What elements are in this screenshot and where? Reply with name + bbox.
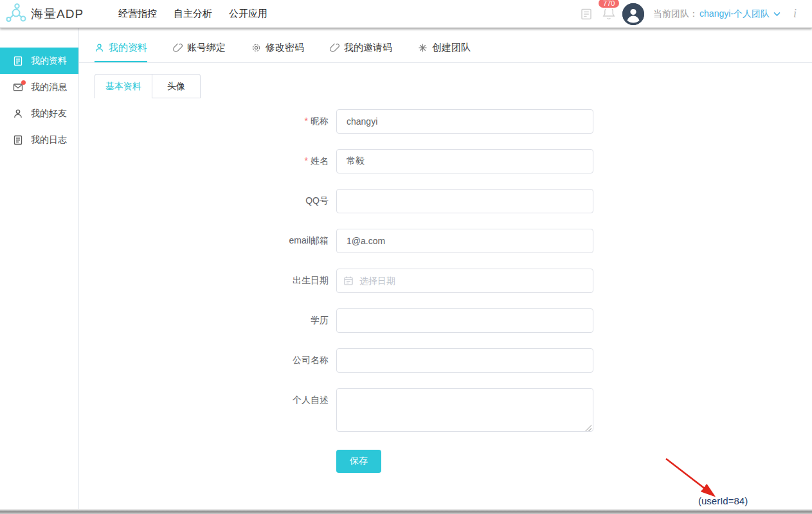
person-icon	[13, 109, 23, 119]
main-content: 我的资料 账号绑定	[79, 28, 812, 509]
company-field[interactable]	[336, 348, 593, 373]
tab-account-binding[interactable]: 账号绑定	[173, 42, 226, 62]
journal-icon	[13, 135, 23, 145]
annotation-arrow	[663, 456, 721, 501]
profile-subtabs: 基本资料 头像	[95, 74, 812, 98]
nickname-field[interactable]	[336, 109, 593, 134]
subtab-avatar[interactable]: 头像	[152, 74, 201, 98]
education-field[interactable]	[336, 308, 593, 333]
info-icon[interactable]: i	[793, 7, 797, 21]
gear-icon	[251, 43, 261, 53]
unread-dot	[21, 80, 26, 85]
notifications[interactable]: 770	[602, 5, 616, 23]
nav-item-public-apps[interactable]: 公开应用	[229, 8, 267, 20]
sidebar-item-label: 我的日志	[31, 134, 67, 146]
app-title: 海量ADP	[31, 6, 84, 22]
user-avatar[interactable]	[622, 3, 644, 25]
header-right-cluster: 770 当前团队： changyi-个人团队	[580, 3, 812, 25]
form-row-qq: QQ号	[246, 189, 812, 213]
sidebar: 我的资料 我的消息 我的好	[0, 28, 79, 509]
form-row-fullname: *姓名	[246, 149, 812, 173]
tab-change-password[interactable]: 修改密码	[251, 42, 304, 62]
sidebar-item-my-profile[interactable]: 我的资料	[0, 48, 78, 74]
current-team-label: 当前团队：	[653, 8, 698, 20]
required-mark: *	[305, 155, 308, 166]
subtab-basic-info[interactable]: 基本资料	[95, 74, 152, 98]
qq-field[interactable]	[336, 189, 593, 213]
email-label: email邮箱	[246, 235, 336, 247]
birthdate-field[interactable]	[336, 269, 593, 293]
link-icon	[330, 43, 339, 53]
form-row-email: email邮箱	[246, 229, 812, 253]
bio-label: 个人自述	[246, 388, 336, 406]
form-row-birthdate: 出生日期	[246, 269, 812, 293]
fullname-label: *姓名	[246, 155, 336, 167]
tab-label: 我的邀请码	[344, 42, 392, 54]
tab-label: 我的资料	[109, 42, 147, 54]
form-row-company: 公司名称	[246, 348, 812, 373]
bottom-scrollbar[interactable]	[0, 509, 812, 514]
sidebar-item-label: 我的消息	[31, 82, 67, 93]
app-logo[interactable]: 海量ADP	[0, 3, 109, 25]
tab-my-profile[interactable]: 我的资料	[95, 42, 147, 62]
sidebar-item-my-journal[interactable]: 我的日志	[0, 127, 78, 153]
sidebar-item-label: 我的资料	[31, 55, 67, 67]
sparkle-icon	[418, 43, 428, 53]
tab-label: 创建团队	[432, 42, 471, 54]
form-row-nickname: *昵称	[246, 109, 812, 134]
form-row-education: 学历	[246, 308, 812, 333]
save-button[interactable]: 保存	[336, 450, 381, 473]
link-icon	[173, 43, 183, 53]
tab-create-team[interactable]: 创建团队	[418, 42, 471, 62]
top-nav: 经营指控 自主分析 公开应用	[118, 8, 267, 20]
fullname-field[interactable]	[336, 149, 593, 173]
date-picker	[336, 269, 593, 293]
team-switcher[interactable]: changyi-个人团队	[699, 8, 780, 20]
document-list-icon[interactable]	[580, 8, 593, 21]
tab-my-invite-code[interactable]: 我的邀请码	[330, 42, 392, 62]
education-label: 学历	[246, 315, 336, 326]
form-row-bio: 个人自述	[246, 388, 812, 434]
bio-field[interactable]	[336, 388, 593, 432]
profile-tabbar: 我的资料 账号绑定	[79, 28, 812, 63]
nickname-label: *昵称	[246, 116, 336, 127]
profile-form: *昵称 *姓名 QQ号 email邮箱 出生日期	[246, 109, 812, 473]
userid-annotation: (userId=84)	[698, 495, 748, 506]
notification-badge: 770	[597, 0, 620, 9]
required-mark: *	[305, 116, 308, 126]
qq-label: QQ号	[246, 195, 336, 207]
birthdate-label: 出生日期	[246, 275, 336, 287]
nav-item-operations[interactable]: 经营指控	[118, 8, 157, 20]
user-icon	[95, 43, 104, 53]
bio-textarea-wrap	[336, 388, 593, 434]
sidebar-item-my-friends[interactable]: 我的好友	[0, 100, 78, 127]
company-label: 公司名称	[246, 355, 336, 366]
page: 海量ADP 经营指控 自主分析 公开应用 770	[0, 0, 812, 514]
sidebar-item-label: 我的好友	[31, 108, 67, 120]
top-header: 海量ADP 经营指控 自主分析 公开应用 770	[0, 0, 812, 28]
tab-label: 修改密码	[266, 42, 304, 54]
sidebar-item-my-messages[interactable]: 我的消息	[0, 74, 78, 100]
nav-item-analysis[interactable]: 自主分析	[174, 8, 212, 20]
molecule-logo-icon	[5, 3, 27, 25]
email-field[interactable]	[336, 229, 593, 253]
document-icon	[13, 56, 23, 66]
team-name: changyi-个人团队	[699, 8, 770, 20]
chevron-down-icon	[773, 12, 780, 17]
mail-icon	[13, 82, 23, 93]
tab-label: 账号绑定	[187, 42, 226, 54]
